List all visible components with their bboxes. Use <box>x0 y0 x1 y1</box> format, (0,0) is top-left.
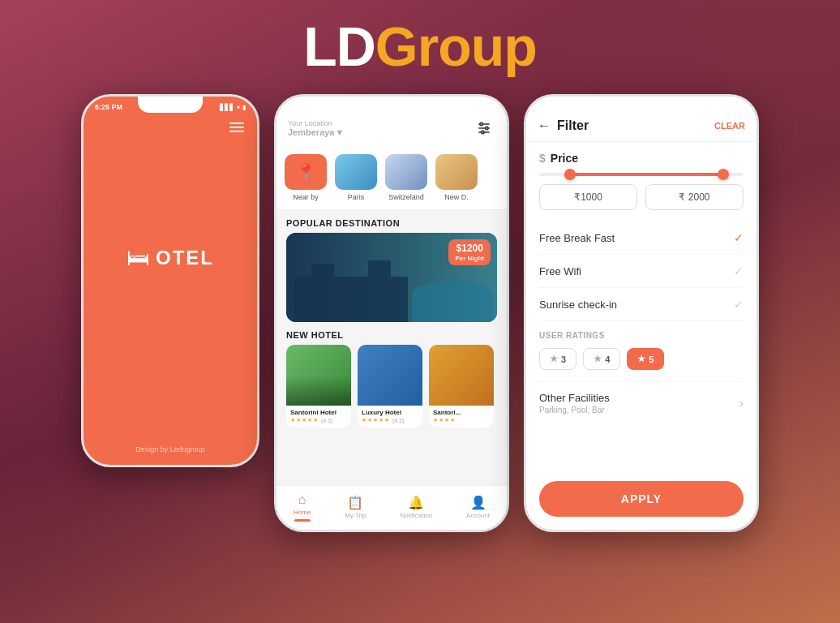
filter-icon-button[interactable] <box>473 117 495 140</box>
category-label-nearby: Near by <box>293 193 319 201</box>
dollar-icon: $ <box>539 152 546 165</box>
hs1-rating: (4.2) <box>321 418 332 423</box>
hs1-star1: ★ <box>290 417 295 423</box>
price-range-boxes: ₹1000 ₹ 2000 <box>539 184 744 210</box>
hs3-star4: ★ <box>450 417 455 423</box>
hs3-star3: ★ <box>444 417 449 423</box>
phone-filter: 6:25 PM ▋▋▋ ▾ ▮ ← Filter CLEAR $ <box>524 94 759 532</box>
location-block: Your Location Jemberaya ▾ <box>288 119 342 138</box>
splash-logo: 🛏 OTEL <box>126 244 214 271</box>
filter-option-checkin[interactable]: Sunrise check-in ✓ <box>539 288 744 321</box>
location-label: Your Location <box>288 119 342 127</box>
bed-icon: 🛏 <box>126 244 149 271</box>
apply-section: APPLY <box>526 471 756 530</box>
category-thumb-paris <box>335 154 377 190</box>
location-name[interactable]: Jemberaya ▾ <box>288 127 342 138</box>
hotel-card-3[interactable]: Santori... ★ ★ ★ ★ <box>429 345 494 428</box>
other-facilities[interactable]: Other Facilities Parking, Pool, Bar › <box>539 381 744 424</box>
nav-home-label: Home <box>294 509 311 516</box>
splash-logo-text: OTEL <box>156 247 214 269</box>
filter-back[interactable]: ← Filter <box>538 118 589 133</box>
user-ratings-title: USER RATINGS <box>539 331 744 340</box>
hs1-star2: ★ <box>296 417 301 423</box>
hotel-card-img-3 <box>429 345 494 406</box>
status-icons-home: ▋▋▋ ▾ ▮ <box>469 103 495 110</box>
filter-clear-button[interactable]: CLEAR <box>714 121 745 131</box>
hotel-card-info-2: Luxury Hotel ★ ★ ★ ★ ★ (4.2) <box>358 406 422 428</box>
star-icon-3: ★ <box>550 354 558 364</box>
category-nearby[interactable]: 📍 Near by <box>285 154 327 201</box>
nav-notification[interactable]: 🔔 Notification <box>401 495 433 519</box>
nav-home[interactable]: ⌂ Home <box>294 492 311 522</box>
home-body: POPULAR DESTINATION $1200 Per Night Sant… <box>276 210 507 485</box>
facilities-info: Other Facilities Parking, Pool, Bar <box>539 392 610 415</box>
filter-title: Filter <box>557 118 589 133</box>
price-per: Per Night <box>455 255 484 262</box>
chevron-right-icon: › <box>739 397 744 410</box>
star-icon-4: ★ <box>594 354 602 364</box>
home-nav-icon: ⌂ <box>298 492 306 507</box>
price-slider[interactable] <box>539 173 744 176</box>
category-switz[interactable]: Switzeland <box>385 154 427 201</box>
star-icon-5: ★ <box>637 354 645 364</box>
status-icons-filter: ▋▋▋ ▾ ▮ <box>719 103 745 110</box>
facilities-title: Other Facilities <box>539 392 610 404</box>
notch-filter <box>609 97 674 113</box>
nav-account[interactable]: 👤 Account <box>466 495 490 519</box>
status-time-splash: 6:25 PM <box>95 103 122 111</box>
phone-home: 6:25 PM ▋▋▋ ▾ ▮ Your Location Jemberaya … <box>274 94 509 532</box>
rating-btn-3[interactable]: ★ 3 <box>539 348 576 370</box>
battery-icon-filter: ▮ <box>742 103 745 110</box>
back-arrow-icon: ← <box>538 118 551 133</box>
signal-icon: ▋▋▋ <box>220 104 234 111</box>
category-label-switz: Switzeland <box>388 193 424 201</box>
category-label-new: New D. <box>444 193 469 201</box>
price-min-box[interactable]: ₹1000 <box>539 184 637 210</box>
hotel-card-1[interactable]: Santorini Hotel ★ ★ ★ ★ ★ (4.2) <box>286 345 351 428</box>
hotel-card-name-2: Luxury Hotel <box>362 409 418 416</box>
wifi-icon-home: ▾ <box>486 103 490 110</box>
hs2-star4: ★ <box>379 417 384 423</box>
hs3-star2: ★ <box>439 417 444 423</box>
hamburger-menu[interactable] <box>229 122 244 132</box>
nav-account-label: Account <box>466 512 490 519</box>
bottom-nav: ⌂ Home 📋 My Trip 🔔 Notification 👤 Accoun… <box>276 485 507 530</box>
option-name-checkin: Sunrise check-in <box>539 299 617 311</box>
category-thumb-switz <box>385 154 427 190</box>
nav-my-trip[interactable]: 📋 My Trip <box>345 495 366 519</box>
facilities-sub: Parking, Pool, Bar <box>539 406 610 415</box>
filter-option-wifi[interactable]: Free Wifi ✓ <box>539 255 744 288</box>
nav-my-trip-label: My Trip <box>345 512 366 519</box>
signal-icon-filter: ▋▋▋ <box>719 103 734 110</box>
apply-button[interactable]: APPLY <box>539 481 744 517</box>
title-group: Group <box>375 15 537 77</box>
rating-btn-4[interactable]: ★ 4 <box>583 348 620 370</box>
category-new[interactable]: New D. <box>435 154 478 201</box>
price-max-box[interactable]: ₹ 2000 <box>645 184 744 210</box>
option-name-breakfast: Free Break Fast <box>539 232 615 244</box>
new-hotel-section-title: NEW HOTEL <box>276 322 507 345</box>
hotel-card-stars-3: ★ ★ ★ ★ <box>433 417 490 423</box>
dropdown-arrow: ▾ <box>337 127 342 138</box>
hotel-card-info-3: Santori... ★ ★ ★ ★ <box>429 406 494 428</box>
status-time-filter: 6:25 PM <box>538 102 565 110</box>
category-paris[interactable]: Paris <box>335 154 377 201</box>
rating-btn-5[interactable]: ★ 5 <box>627 348 664 370</box>
hotel-card-info-1: Santorini Hotel ★ ★ ★ ★ ★ (4.2) <box>286 406 351 428</box>
slider-thumb-right[interactable] <box>718 169 729 180</box>
hs1-star3: ★ <box>302 417 306 423</box>
svg-point-3 <box>480 122 482 125</box>
hs3-star1: ★ <box>433 417 438 423</box>
svg-point-5 <box>482 131 484 133</box>
signal-icon-home: ▋▋▋ <box>469 103 484 110</box>
check-icon-wifi: ✓ <box>734 264 744 277</box>
hs1-star5: ★ <box>313 417 318 423</box>
my-trip-nav-icon: 📋 <box>347 495 363 510</box>
popular-hotel-card[interactable]: $1200 Per Night Santorini Luxury Hotel ★… <box>286 233 497 322</box>
wifi-icon-filter: ▾ <box>736 103 739 110</box>
slider-thumb-left[interactable] <box>564 169 576 180</box>
title-ld: LD <box>303 15 375 77</box>
filter-option-breakfast[interactable]: Free Break Fast ✓ <box>539 221 744 255</box>
hotel-card-2[interactable]: Luxury Hotel ★ ★ ★ ★ ★ (4.2) <box>358 345 422 428</box>
account-nav-icon: 👤 <box>470 495 486 510</box>
